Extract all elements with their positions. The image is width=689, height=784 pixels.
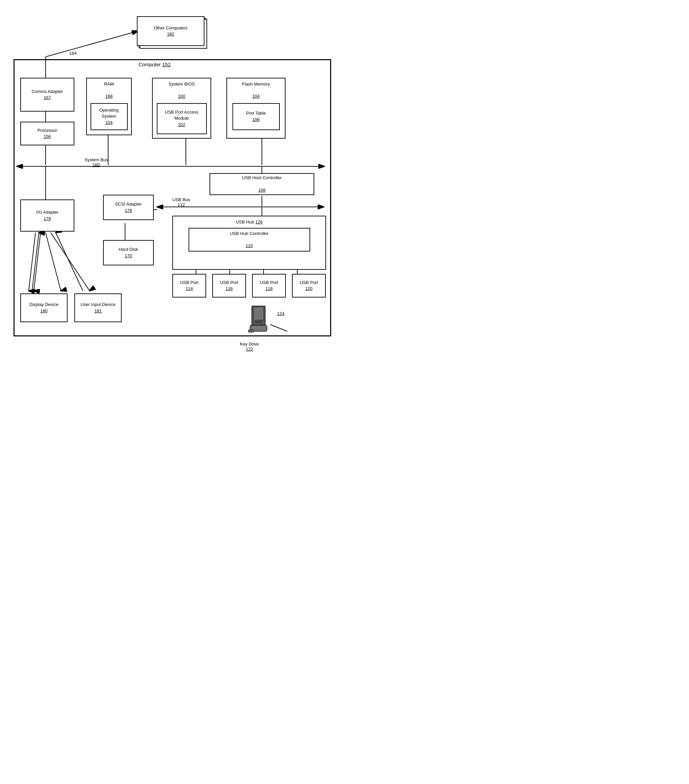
os-num: 154 <box>105 120 113 126</box>
computer-section-label: Computer <box>138 61 161 67</box>
comms-adapter-box: Comms Adapter 167 <box>20 78 74 112</box>
usb-port-116-label: USB Port <box>220 280 238 286</box>
hard-disk-num: 170 <box>125 253 132 259</box>
port-table-num: 106 <box>252 117 260 123</box>
usb-bus-text: USB Bus <box>172 197 190 202</box>
other-computers-box: Other Computers 182 <box>137 16 204 46</box>
system-bus-text: System Bus <box>84 157 108 162</box>
usb-port-118-box: USB Port 118 <box>252 274 286 298</box>
other-computers-label: Other Computers <box>154 25 187 31</box>
usb-port-116-num: 116 <box>225 286 233 292</box>
usb-bus-num: 112 <box>178 202 185 207</box>
usb-port-access-num: 102 <box>178 122 186 128</box>
scsi-adapter-label: SCSI Adapter <box>115 201 142 207</box>
key-drive-icon <box>247 304 270 335</box>
usb-port-120-box: USB Port 120 <box>292 274 326 298</box>
processor-box: Processor 156 <box>20 122 74 145</box>
system-bios-box: System BIOS 100 USB Port Access Module 1… <box>152 78 211 138</box>
ram-box: RAM 168 Operating System 154 <box>86 78 132 135</box>
usb-port-118-num: 118 <box>265 286 273 292</box>
key-drive-svg <box>247 304 270 335</box>
key-drive-124-label: 124 <box>277 311 284 316</box>
processor-num: 156 <box>44 133 51 140</box>
comms-adapter-label: Comms Adapter <box>31 89 63 95</box>
usb-port-120-num: 120 <box>305 286 312 292</box>
usb-host-controller-label: USB Host Controller <box>242 175 281 181</box>
processor-label: Processor <box>38 127 58 133</box>
svg-line-6 <box>46 31 138 57</box>
diagram: Other Computers 182 184 Computer 152 Com… <box>7 7 338 385</box>
io-adapter-label: I/O Adapter <box>36 209 58 215</box>
system-bus-num: 160 <box>92 162 100 167</box>
key-drive-label: Key Drive <box>240 341 259 346</box>
svg-rect-33 <box>255 321 262 323</box>
scsi-adapter-box: SCSI Adapter 176 <box>103 195 154 220</box>
usb-hub-num: 126 <box>255 219 263 224</box>
usb-port-114-label: USB Port <box>180 280 198 286</box>
usb-hub-label: USB Hub <box>236 219 254 224</box>
ram-num: 168 <box>105 93 113 99</box>
system-bus-label: System Bus 160 <box>84 157 108 167</box>
usb-port-116-box: USB Port 116 <box>212 274 246 298</box>
flash-memory-num: 104 <box>252 93 260 99</box>
usb-port-114-box: USB Port 114 <box>172 274 206 298</box>
user-input-device-box: User Input Device 181 <box>74 293 122 322</box>
usb-port-114-num: 114 <box>186 286 193 292</box>
other-computers-num: 182 <box>167 31 174 37</box>
usb-bus-label: USB Bus 112 <box>172 197 190 207</box>
usb-port-access-box: USB Port Access Module 102 <box>157 103 207 134</box>
user-input-device-label: User Input Device <box>81 301 115 308</box>
display-device-num: 180 <box>40 308 48 314</box>
usb-hub-ctrl-num: 110 <box>246 243 253 249</box>
ram-label: RAM <box>104 81 114 87</box>
os-label: Operating System <box>93 107 125 119</box>
usb-port-access-label: USB Port Access Module <box>160 109 204 121</box>
system-bios-label: System BIOS <box>168 81 195 87</box>
arrow-184-label: 184 <box>69 51 77 56</box>
usb-port-120-label: USB Port <box>300 280 318 286</box>
usb-port-118-label: USB Port <box>260 280 278 286</box>
hard-disk-box: Hard Disk 170 <box>103 240 154 265</box>
usb-host-controller-box: USB Host Controller 108 <box>209 173 314 195</box>
io-adapter-box: I/O Adapter 178 <box>20 199 74 232</box>
computer-num: 152 <box>162 61 171 67</box>
svg-rect-35 <box>248 329 253 332</box>
display-device-box: Display Device 180 <box>20 293 67 322</box>
usb-host-controller-num: 108 <box>258 187 266 193</box>
computer-label: Computer 152 <box>138 61 171 67</box>
hard-disk-label: Hard Disk <box>118 247 138 252</box>
usb-hub-box: USB Hub 126 USB Hub Controller 110 <box>172 216 326 270</box>
usb-hub-controller-box: USB Hub Controller 110 <box>189 228 310 252</box>
usb-hub-ctrl-label: USB Hub Controller <box>230 231 268 237</box>
operating-system-box: Operating System 154 <box>90 103 128 130</box>
user-input-device-num: 181 <box>94 308 102 314</box>
flash-memory-box: Flash Memory 104 Port Table 106 <box>226 78 286 138</box>
key-drive-label-area: Key Drive 122 <box>240 341 259 352</box>
system-bios-num: 100 <box>178 93 186 99</box>
flash-memory-label: Flash Memory <box>242 81 270 87</box>
port-table-label: Port Table <box>246 110 266 116</box>
comms-adapter-num: 167 <box>44 95 51 101</box>
port-table-box: Port Table 106 <box>232 103 280 130</box>
key-drive-num: 122 <box>246 346 253 352</box>
scsi-adapter-num: 176 <box>125 208 132 214</box>
io-adapter-num: 178 <box>44 216 51 222</box>
display-device-label: Display Device <box>30 301 58 308</box>
